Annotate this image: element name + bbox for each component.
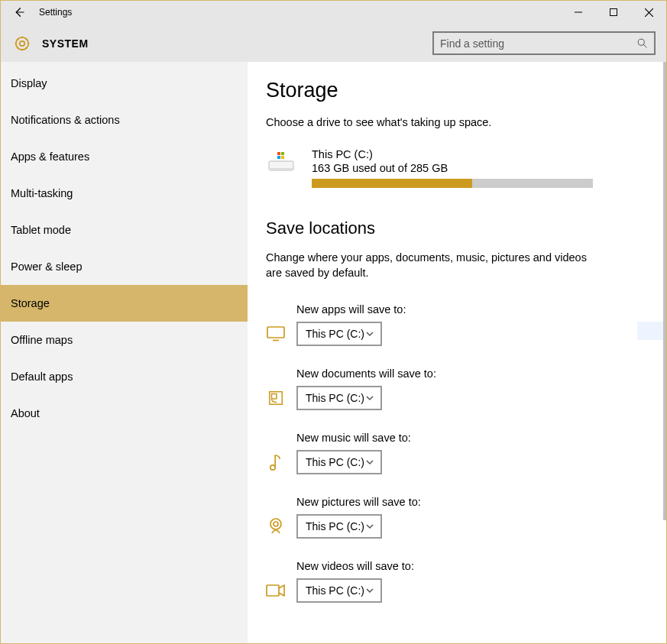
window-title: Settings xyxy=(37,7,72,18)
pictures-location-dropdown[interactable]: This PC (C:) xyxy=(296,514,382,539)
drive-usage-bar xyxy=(312,179,593,188)
drive-usage: 163 GB used out of 285 GB xyxy=(312,162,648,174)
settings-gear-icon[interactable] xyxy=(11,33,33,54)
sidebar: Display Notifications & actions Apps & f… xyxy=(1,62,248,643)
documents-location-dropdown[interactable]: This PC (C:) xyxy=(296,386,382,410)
apps-location-dropdown[interactable]: This PC (C:) xyxy=(296,322,382,346)
dropdown-value: This PC (C:) xyxy=(306,520,364,532)
svg-rect-2 xyxy=(610,9,617,16)
scrollbar[interactable] xyxy=(663,62,666,643)
titlebar: Settings xyxy=(1,1,666,24)
dropdown-value: This PC (C:) xyxy=(306,456,364,468)
svg-point-6 xyxy=(16,37,28,49)
content: Storage Choose a drive to see what's tak… xyxy=(248,62,666,643)
sidebar-item-power-sleep[interactable]: Power & sleep xyxy=(1,248,248,285)
music-location-dropdown[interactable]: This PC (C:) xyxy=(296,450,382,474)
svg-point-19 xyxy=(270,465,275,470)
settings-window: Settings xyxy=(0,0,667,644)
pictures-icon xyxy=(266,516,286,536)
svg-rect-22 xyxy=(267,585,279,596)
sidebar-item-label: Display xyxy=(11,77,47,89)
sidebar-item-apps-features[interactable]: Apps & features xyxy=(1,138,248,175)
svg-line-8 xyxy=(643,44,646,47)
sidebar-item-label: Multi-tasking xyxy=(11,187,73,199)
apps-icon xyxy=(266,324,286,344)
chevron-down-icon xyxy=(365,329,374,338)
drive-c-icon xyxy=(266,150,296,176)
svg-rect-12 xyxy=(281,152,284,155)
sidebar-item-storage[interactable]: Storage xyxy=(1,285,248,322)
save-label-apps: New apps will save to: xyxy=(296,303,648,316)
gear-icon xyxy=(13,34,31,53)
chevron-down-icon xyxy=(365,522,374,531)
sidebar-item-offline-maps[interactable]: Offline maps xyxy=(1,322,248,358)
svg-rect-10 xyxy=(269,168,293,170)
sidebar-item-label: Notifications & actions xyxy=(11,114,120,126)
sidebar-item-about[interactable]: About xyxy=(1,395,248,432)
dropdown-value: This PC (C:) xyxy=(306,328,364,340)
back-button[interactable] xyxy=(1,1,37,24)
body: Display Notifications & actions Apps & f… xyxy=(1,62,666,643)
sidebar-item-label: About xyxy=(11,407,40,419)
drive-name: This PC (C:) xyxy=(312,148,648,160)
minimize-button[interactable] xyxy=(561,1,596,24)
sidebar-item-label: Default apps xyxy=(11,371,73,383)
scrollbar-thumb[interactable] xyxy=(663,62,666,520)
sidebar-item-label: Power & sleep xyxy=(11,261,83,273)
videos-location-dropdown[interactable]: This PC (C:) xyxy=(296,578,382,603)
dropdown-value: This PC (C:) xyxy=(306,584,364,597)
maximize-icon xyxy=(610,8,617,16)
search-icon[interactable] xyxy=(630,37,654,49)
svg-rect-13 xyxy=(277,156,280,159)
save-label-pictures: New pictures will save to: xyxy=(296,496,648,508)
chevron-down-icon xyxy=(365,586,374,595)
sidebar-item-tablet-mode[interactable]: Tablet mode xyxy=(1,212,248,248)
svg-rect-11 xyxy=(277,152,280,155)
chevron-down-icon xyxy=(365,393,374,403)
maximize-button[interactable] xyxy=(596,1,631,24)
search-input[interactable] xyxy=(434,37,630,50)
save-label-music: New music will save to: xyxy=(296,432,648,444)
save-label-documents: New documents will save to: xyxy=(296,367,648,380)
videos-icon xyxy=(266,581,286,600)
save-block-apps: New apps will save to: This PC (C:) xyxy=(266,303,648,346)
save-block-pictures: New pictures will save to: This PC (C:) xyxy=(266,496,648,539)
sidebar-item-label: Storage xyxy=(11,297,50,309)
drive-row[interactable]: This PC (C:) 163 GB used out of 285 GB xyxy=(266,148,648,188)
sidebar-item-multitasking[interactable]: Multi-tasking xyxy=(1,175,248,212)
dropdown-value: This PC (C:) xyxy=(306,392,364,404)
close-icon xyxy=(645,8,653,17)
close-button[interactable] xyxy=(631,1,666,24)
drive-info: This PC (C:) 163 GB used out of 285 GB xyxy=(312,148,648,188)
sidebar-item-display[interactable]: Display xyxy=(1,65,248,102)
sidebar-item-default-apps[interactable]: Default apps xyxy=(1,358,248,395)
svg-point-5 xyxy=(20,40,24,45)
page-title: Storage xyxy=(266,79,648,102)
sidebar-item-label: Apps & features xyxy=(11,150,89,163)
chevron-down-icon xyxy=(365,458,374,467)
save-label-videos: New videos will save to: xyxy=(296,560,648,572)
save-block-videos: New videos will save to: This PC (C:) xyxy=(266,560,648,603)
save-locations-desc: Change where your apps, documents, music… xyxy=(266,251,602,280)
search-box[interactable] xyxy=(432,31,656,55)
music-icon xyxy=(266,452,286,472)
arrow-left-icon xyxy=(12,5,26,19)
save-locations-title: Save locations xyxy=(266,218,648,238)
svg-rect-15 xyxy=(267,327,284,338)
svg-point-20 xyxy=(270,519,281,529)
sidebar-item-label: Offline maps xyxy=(11,334,73,346)
header: SYSTEM xyxy=(1,24,666,62)
sidebar-item-label: Tablet mode xyxy=(11,224,71,236)
save-block-documents: New documents will save to: This PC (C:) xyxy=(266,367,648,410)
documents-icon xyxy=(266,388,286,408)
svg-point-21 xyxy=(274,522,278,526)
section-title: SYSTEM xyxy=(42,37,89,50)
sidebar-item-notifications[interactable]: Notifications & actions xyxy=(1,102,248,138)
drive-usage-fill xyxy=(312,179,472,188)
save-block-music: New music will save to: This PC (C:) xyxy=(266,432,648,474)
storage-subtext: Choose a drive to see what's taking up s… xyxy=(266,116,648,128)
minimize-icon xyxy=(575,8,582,16)
svg-rect-14 xyxy=(281,156,284,159)
